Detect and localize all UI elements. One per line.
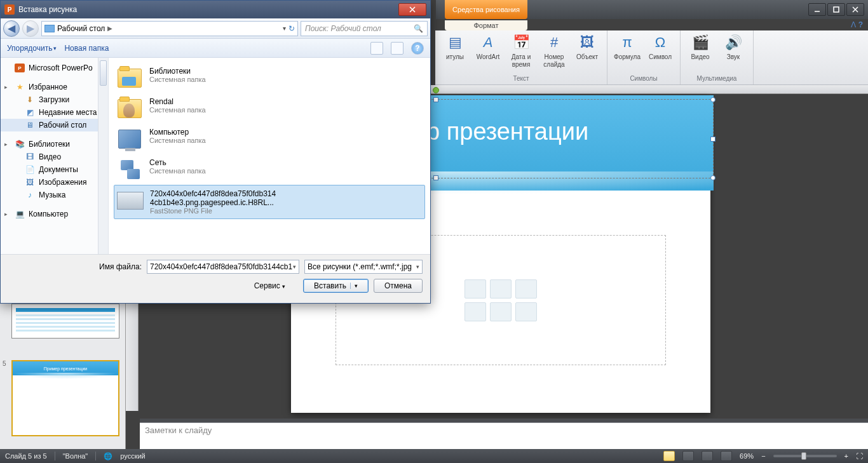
- format-tab[interactable]: Формат: [445, 20, 527, 30]
- date-time-button[interactable]: 📅Дата и время: [506, 33, 536, 68]
- tree-powerpoint[interactable]: PMicrosoft PowerPo: [1, 62, 108, 74]
- text-group-label: Текст: [440, 74, 602, 82]
- filename-input[interactable]: 720x404x0efc447d8f8dea75f0fdb3144cb1b4▾: [147, 260, 299, 274]
- chevron-down-icon[interactable]: ▾: [416, 264, 419, 270]
- equation-button[interactable]: πФормула: [613, 33, 642, 61]
- language-label[interactable]: русский: [120, 452, 145, 460]
- service-menu[interactable]: Сервис ▾: [254, 281, 285, 290]
- reading-view-button[interactable]: [702, 451, 713, 461]
- monitor-large-icon: [118, 130, 141, 149]
- list-item-libraries[interactable]: БиблиотекиСистемная папка: [114, 63, 425, 93]
- chevron-down-icon[interactable]: ▾: [293, 264, 296, 270]
- header-footer-button[interactable]: ▤итулы: [440, 33, 470, 61]
- tree-scrollbar[interactable]: [98, 58, 108, 254]
- forward-button[interactable]: ▶: [22, 20, 39, 37]
- tree-video[interactable]: 🎞Видео: [1, 151, 108, 163]
- breadcrumb[interactable]: Рабочий стол ▶ ▾ ↻: [41, 21, 298, 36]
- ribbon-collapse-icon[interactable]: ᐱ ?: [851, 20, 863, 29]
- drawing-tools-tab[interactable]: Средства рисования Формат: [445, 0, 527, 19]
- video-icon: 🎬: [692, 34, 709, 50]
- list-item-rendal[interactable]: RendalСистемная папка: [114, 93, 425, 124]
- powerpoint-icon: P: [4, 4, 15, 15]
- slide-thumb-4[interactable]: [11, 304, 119, 339]
- resize-handle-mr[interactable]: [710, 137, 715, 142]
- insert-table-icon[interactable]: [465, 279, 486, 299]
- close-app-button[interactable]: [846, 3, 864, 16]
- search-input[interactable]: Поиск: Рабочий стол 🔍: [301, 21, 428, 36]
- notes-area[interactable]: Заметки к слайду: [140, 422, 868, 449]
- object-button[interactable]: 🖼Объект: [573, 33, 602, 61]
- view-mode-button[interactable]: [370, 42, 383, 55]
- dialog-close-button[interactable]: [398, 3, 426, 16]
- zoom-in-button[interactable]: +: [844, 452, 848, 460]
- normal-view-button[interactable]: [663, 451, 675, 461]
- maximize-button[interactable]: [827, 3, 845, 16]
- powerpoint-small-icon: P: [15, 64, 25, 72]
- tree-computer[interactable]: ▸💻Компьютер: [1, 208, 108, 220]
- music-icon: ♪: [25, 191, 35, 199]
- insert-media-icon[interactable]: [515, 302, 537, 321]
- resize-handle-tc[interactable]: [433, 97, 438, 102]
- list-item-network[interactable]: СетьСистемная папка: [114, 154, 425, 185]
- help-button[interactable]: ?: [411, 42, 424, 55]
- tree-music[interactable]: ♪Музыка: [1, 189, 108, 201]
- insert-clipart-icon[interactable]: [490, 302, 512, 321]
- tree-desktop[interactable]: 🖥Рабочий стол: [1, 119, 108, 131]
- resize-handle-tr[interactable]: [710, 97, 715, 102]
- rotate-handle[interactable]: [433, 87, 439, 93]
- wordart-icon: A: [484, 34, 493, 50]
- slideshow-view-button[interactable]: [721, 451, 732, 461]
- resize-handle-br[interactable]: [710, 175, 715, 180]
- tree-recent[interactable]: ◩Недавние места: [1, 106, 108, 119]
- insert-split-icon[interactable]: ▾: [350, 283, 358, 289]
- chevron-down-icon: ▾: [282, 283, 285, 290]
- wordart-button[interactable]: AWordArt: [473, 33, 503, 61]
- minimize-button[interactable]: [808, 3, 826, 16]
- symbols-group-label: Символы: [613, 74, 675, 82]
- breadcrumb-chevron-icon[interactable]: ▶: [107, 25, 112, 32]
- fit-to-window-button[interactable]: ⛶: [856, 452, 863, 460]
- sorter-view-button[interactable]: [682, 451, 694, 461]
- zoom-out-button[interactable]: −: [761, 452, 765, 460]
- downloads-icon: ⬇: [25, 95, 35, 104]
- resize-handle-bc[interactable]: [433, 175, 438, 180]
- insert-chart-icon[interactable]: [490, 279, 512, 299]
- back-button[interactable]: ◀: [3, 20, 20, 37]
- breadcrumb-text: Рабочий стол: [57, 24, 105, 33]
- language-icon: 🌐: [104, 452, 112, 460]
- audio-button[interactable]: 🔊Звук: [719, 33, 748, 61]
- new-folder-button[interactable]: Новая папка: [64, 44, 109, 53]
- search-icon[interactable]: 🔍: [414, 24, 423, 33]
- refresh-icon[interactable]: ↻: [288, 24, 295, 33]
- breadcrumb-dropdown-icon[interactable]: ▾: [283, 25, 286, 32]
- folder-icon: [118, 99, 142, 118]
- insert-picture-icon[interactable]: [465, 302, 486, 321]
- insert-smartart-icon[interactable]: [515, 279, 537, 299]
- tree-downloads[interactable]: ⬇Загрузки: [1, 93, 108, 106]
- video-button[interactable]: 🎬Видео: [686, 33, 715, 61]
- tree-images[interactable]: 🖼Изображения: [1, 176, 108, 189]
- tree-favorites[interactable]: ▸★Избранное: [1, 81, 108, 93]
- star-icon: ★: [15, 83, 25, 91]
- file-type-filter[interactable]: Все рисунки (*.emf;*.wmf;*.jpg▾: [304, 260, 423, 274]
- zoom-slider[interactable]: [773, 455, 837, 457]
- dialog-nav: ◀ ▶ Рабочий стол ▶ ▾ ↻ Поиск: Рабочий ст…: [1, 18, 430, 39]
- chevron-down-icon: ▾: [53, 45, 57, 51]
- slide-number-button[interactable]: #Номер слайда: [539, 33, 569, 68]
- theme-name: "Волна": [63, 452, 88, 460]
- symbol-button[interactable]: ΩСимвол: [646, 33, 675, 61]
- tree-libraries[interactable]: ▸📚Библиотеки: [1, 138, 108, 151]
- zoom-thumb[interactable]: [801, 452, 806, 460]
- insert-button[interactable]: Вставить▾: [303, 279, 369, 293]
- list-item-selected-file[interactable]: 720x404x0efc447d8f8dea75f0fdb314 4cb1b4e…: [114, 185, 425, 219]
- zoom-label[interactable]: 69%: [740, 452, 754, 460]
- tree-documents[interactable]: 📄Документы: [1, 163, 108, 176]
- cancel-button[interactable]: Отмена: [374, 279, 423, 293]
- dialog-titlebar[interactable]: P Вставка рисунка: [1, 1, 430, 18]
- slide-thumb-5[interactable]: Пример презентации: [11, 360, 119, 436]
- list-item-computer[interactable]: КомпьютерСистемная папка: [114, 124, 425, 154]
- preview-pane-button[interactable]: [391, 42, 403, 55]
- thumb-5-title: Пример презентации: [44, 366, 88, 371]
- organize-menu[interactable]: Упорядочить ▾: [7, 44, 57, 53]
- slide-counter: Слайд 5 из 5: [5, 452, 47, 460]
